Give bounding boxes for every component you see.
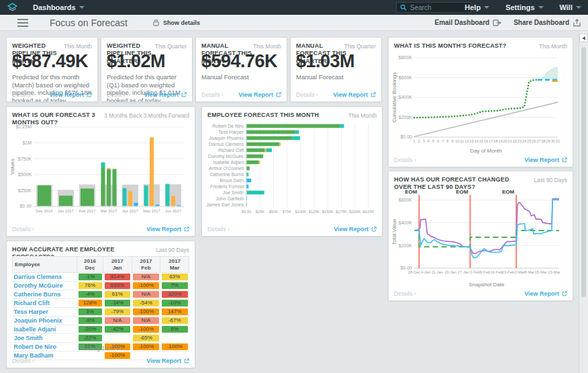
collapse-panel-button[interactable] xyxy=(579,34,588,42)
svg-text:Dorothy McGuire: Dorothy McGuire xyxy=(208,154,244,159)
share-dashboard-button[interactable]: Share Dashboard xyxy=(513,19,581,27)
nav-help[interactable]: Help xyxy=(464,3,489,11)
details-arrow-icon: ‹ xyxy=(32,91,34,98)
view-report-link[interactable]: View Report xyxy=(146,226,189,233)
view-report-link[interactable]: View Report xyxy=(333,91,376,98)
looker-logo[interactable] xyxy=(7,2,18,13)
accuracy-cell xyxy=(103,334,132,343)
svg-text:3-Feb: 3-Feb xyxy=(470,270,480,274)
column-header-month[interactable]: 2016Dec xyxy=(77,257,103,273)
svg-text:15: 15 xyxy=(479,139,483,143)
view-report-link[interactable]: View Report xyxy=(524,157,567,163)
svg-text:28: 28 xyxy=(541,139,545,143)
svg-text:Snapshot Date: Snapshot Date xyxy=(469,282,505,288)
svg-text:5: 5 xyxy=(432,139,434,143)
svg-text:$125K: $125K xyxy=(309,210,320,214)
details-toggle[interactable]: Details ‹ xyxy=(12,91,34,98)
accuracy-cell: 3% xyxy=(77,308,103,317)
svg-text:Isabelle Adjani: Isabelle Adjani xyxy=(213,160,244,165)
svg-text:Darrius Clemens: Darrius Clemens xyxy=(209,142,244,147)
employee-link[interactable]: Catherine Burns xyxy=(13,290,77,299)
svg-text:$150K: $150K xyxy=(322,210,334,214)
nav-user-menu[interactable]: Will xyxy=(560,3,581,11)
table-row: Dorothy McGuire76%633%-100%7% xyxy=(13,282,189,290)
scrollbar-track[interactable] xyxy=(579,31,588,373)
employee-link[interactable]: Joaquin Phoenix xyxy=(13,317,77,325)
svg-text:21: 21 xyxy=(507,139,511,143)
nav-dashboards[interactable]: Dashboards xyxy=(33,3,85,11)
details-toggle[interactable]: Details ‹ xyxy=(107,91,129,98)
email-dashboard-button[interactable]: Email Dashboard xyxy=(434,19,501,27)
svg-text:18: 18 xyxy=(493,139,497,143)
svg-text:13: 13 xyxy=(469,139,473,143)
accuracy-cell: -10% xyxy=(160,299,189,308)
details-arrow-icon: ‹ xyxy=(222,91,224,98)
svg-text:8-Mar: 8-Mar xyxy=(524,270,534,274)
external-link-icon xyxy=(371,226,377,232)
view-report-link[interactable]: View Report xyxy=(238,91,281,98)
svg-text:$0.00: $0.00 xyxy=(400,134,412,139)
svg-text:11-Jan: 11-Jan xyxy=(432,270,443,274)
view-report-link[interactable]: View Report xyxy=(49,91,92,98)
table-row: Darrius Clemens-1%814%N/A63% xyxy=(13,273,189,282)
column-header-employee[interactable]: Employee xyxy=(13,257,77,273)
view-report-link[interactable]: View Report xyxy=(144,91,187,98)
nav-help-label: Help xyxy=(464,3,481,11)
svg-text:$750K: $750K xyxy=(18,157,32,161)
column-header-month[interactable]: 2017Mar xyxy=(160,257,189,273)
search-input[interactable] xyxy=(410,4,464,11)
employee-link[interactable]: Darrius Clemens xyxy=(13,273,77,282)
column-header-month[interactable]: 2017Jan xyxy=(103,257,132,273)
employee-link[interactable]: Richard Clift xyxy=(13,299,77,308)
employee-link[interactable]: Tess Harper xyxy=(13,308,77,317)
svg-text:Tess Harper: Tess Harper xyxy=(218,130,244,135)
nav-right-group: Help Settings Will xyxy=(464,0,581,15)
accuracy-cell: N/A xyxy=(103,317,132,325)
details-toggle[interactable]: Details ‹ xyxy=(394,157,416,163)
svg-text:$800K: $800K xyxy=(399,55,413,60)
svg-text:Mar 2017: Mar 2017 xyxy=(101,209,117,213)
scrollbar-thumb[interactable] xyxy=(581,47,586,297)
svg-text:22: 22 xyxy=(513,139,517,143)
tile-month-forecast: WHAT IS THIS MONTH'S FORECAST? This Mont… xyxy=(388,37,573,167)
email-icon xyxy=(493,19,501,27)
svg-text:3: 3 xyxy=(423,139,425,143)
details-toggle[interactable]: Details ‹ xyxy=(201,91,224,98)
view-report-link[interactable]: View Report xyxy=(524,290,567,297)
view-report-link[interactable]: View Report xyxy=(146,358,189,364)
kpi-value: $1.02M xyxy=(107,51,165,72)
svg-text:2: 2 xyxy=(418,139,420,143)
nav-settings[interactable]: Settings xyxy=(505,3,543,11)
column-header-month[interactable]: 2017Feb xyxy=(132,257,160,273)
accuracy-cell: 814% xyxy=(103,273,132,282)
tile-timeframe-badge: This Month xyxy=(253,43,281,50)
svg-text:May 2017: May 2017 xyxy=(143,209,160,213)
svg-text:$100K: $100K xyxy=(295,210,306,214)
svg-text:Joaquin Phoenix: Joaquin Phoenix xyxy=(209,136,244,141)
svg-text:$175K: $175K xyxy=(336,210,347,214)
details-toggle[interactable]: Details ‹ xyxy=(394,290,416,297)
svg-text:EOM: EOM xyxy=(405,189,418,195)
details-arrow-icon: ‹ xyxy=(127,91,129,98)
tile-timeframe-badge: This Month xyxy=(539,43,567,50)
svg-text:$50K: $50K xyxy=(269,210,279,214)
details-toggle[interactable]: Details ‹ xyxy=(207,226,230,233)
employee-link[interactable]: Joe Smith xyxy=(13,334,77,343)
details-toggle[interactable]: Details ‹ xyxy=(12,226,34,233)
accuracy-cell: -4% xyxy=(77,290,103,299)
details-toggle[interactable]: Details ‹ xyxy=(296,91,318,98)
accuracy-cell: N/A xyxy=(132,317,160,325)
tile-timeframe-badge: This Quarter xyxy=(344,43,376,50)
svg-text:Total Value: Total Value xyxy=(391,218,397,245)
accuracy-cell: 63% xyxy=(160,273,189,282)
table-row: Joe Smith-22%-65% xyxy=(13,334,189,343)
nav-dashboards-label: Dashboards xyxy=(33,3,76,11)
show-details-button[interactable]: Show details xyxy=(163,19,200,26)
accuracy-cell: -20% xyxy=(77,325,103,334)
details-toggle[interactable]: Details ‹ xyxy=(12,358,34,364)
employee-link[interactable]: Dorothy McGuire xyxy=(13,282,77,290)
view-report-link[interactable]: View Report xyxy=(334,226,377,233)
menu-icon[interactable] xyxy=(17,17,28,29)
top-navigation: Dashboards Help Settings Will xyxy=(0,0,588,15)
employee-link[interactable]: Isabelle Adjani xyxy=(13,325,77,334)
